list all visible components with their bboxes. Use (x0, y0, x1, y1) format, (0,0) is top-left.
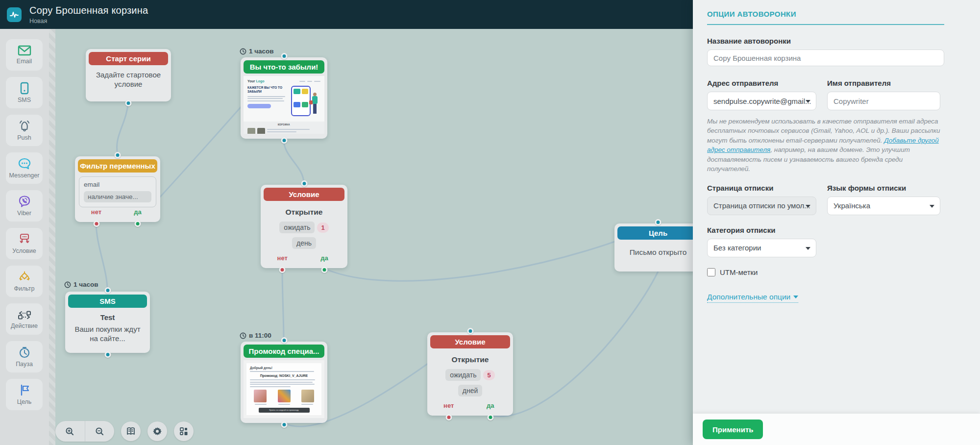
node-condition-open-1[interactable]: Условие Открытие ожидать1 день нет да (261, 185, 347, 268)
filter-rule: email наличие значе... (79, 176, 156, 207)
sidebar-item-messenger[interactable]: Messenger (6, 152, 43, 184)
autofunnel-options-panel: ОПЦИИ АВТОВОРОНКИ Название автоворонки А… (693, 0, 980, 445)
zoom-out-button[interactable] (85, 421, 115, 442)
sidebar-item-action[interactable]: Действие (6, 303, 43, 335)
node-title: SMS (68, 295, 147, 308)
sidebar-item-push[interactable]: Push (6, 115, 43, 146)
output-port-no[interactable] (279, 267, 286, 273)
output-label-yes: да (134, 208, 141, 216)
zoom-out-icon (95, 427, 104, 436)
unsubscribe-lang-select[interactable]: Українська (827, 197, 940, 215)
node-title: Фильтр переменных (78, 159, 157, 173)
sidebar-item-filter[interactable]: Фильтр (6, 266, 43, 297)
node-body: Задайте стартовое условие (86, 65, 171, 94)
node-condition-open-2[interactable]: Условие Открытие ожидать5 дней нет да (427, 332, 513, 416)
node-goal[interactable]: Цель Письмо открыто (614, 223, 693, 272)
map-book-icon (126, 427, 136, 436)
clock-icon (240, 48, 246, 55)
output-label-yes: да (487, 402, 494, 409)
preview-greeting: Добрый день! (250, 366, 318, 370)
wait-count-badge: 5 (483, 370, 494, 380)
input-port[interactable] (115, 152, 121, 158)
node-variable-filter[interactable]: Фильтр переменных email наличие значе...… (75, 156, 160, 222)
flow-canvas[interactable]: Старт серии Задайте стартовое условие 1 … (49, 29, 693, 445)
sender-name-input[interactable] (827, 92, 940, 110)
minimap-blocks-button[interactable] (174, 421, 194, 441)
sidebar-item-label: SMS (18, 97, 31, 103)
sidebar-item-condition[interactable]: Условие (6, 228, 43, 259)
output-port[interactable] (281, 137, 287, 144)
map-overview-button[interactable] (121, 421, 141, 441)
sender-name-label: Имя отправителя (827, 79, 940, 87)
wait-unit-pill: дней (458, 385, 483, 396)
sms-text: Ваши покупки ждут на сайте... (72, 324, 143, 343)
input-port[interactable] (301, 180, 307, 187)
output-port-yes[interactable] (321, 267, 328, 273)
sidebar-item-label: Цель (17, 398, 32, 405)
zoom-in-button[interactable] (55, 421, 85, 442)
node-title: Цель (617, 226, 693, 240)
element-sidebar: Email SMS Push Messenger Viber Условие Ф… (0, 29, 49, 445)
connector (282, 268, 284, 340)
preview-logo: Your Logo (247, 79, 265, 83)
settings-button[interactable] (147, 421, 167, 441)
output-port-no[interactable] (93, 221, 99, 227)
page-title: Copy Брошенная корзина (29, 5, 148, 16)
phone-illustration (291, 86, 311, 116)
more-options-link[interactable]: Дополнительные опции (707, 293, 798, 303)
output-port[interactable] (125, 100, 132, 106)
output-port[interactable] (104, 351, 111, 358)
email-preview: Your Logo КАЖЕТСЯ ВЫ ЧТО ТО ЗАБЫЛИ (244, 76, 324, 134)
clock-icon (240, 332, 246, 339)
condition-event: Открытие (261, 208, 347, 217)
chevron-down-icon (806, 247, 810, 250)
output-port-yes[interactable] (134, 221, 141, 227)
sender-email-select[interactable]: sendpulse.copywrite@gmail... (707, 92, 816, 110)
node-series-start[interactable]: Старт серии Задайте стартовое условие (86, 49, 171, 101)
connector (284, 140, 304, 183)
unsubscribe-page-select[interactable]: Страница отписки по умол... (707, 197, 816, 215)
connector (324, 223, 658, 281)
node-title: Вы что-то забыли! (244, 60, 324, 74)
node-email-promocode[interactable]: Промокод специа... Добрый день! Промокод… (241, 342, 327, 423)
utm-label: UTM-метки (720, 268, 758, 276)
input-port[interactable] (281, 53, 287, 59)
condition-branch-icon (18, 233, 31, 246)
output-port-no[interactable] (445, 414, 452, 420)
zoom-in-icon (65, 427, 74, 436)
sidebar-item-pause[interactable]: Пауза (6, 341, 43, 372)
condition-event: Открытие (427, 355, 513, 364)
node-email-abandoned-cart[interactable]: Вы что-то забыли! Your Logo КАЖЕТСЯ ВЫ Ч… (241, 57, 327, 139)
category-label: Категория отписки (707, 226, 944, 234)
sidebar-item-goal[interactable]: Цель (6, 379, 43, 410)
sms-name: Test (72, 313, 143, 322)
bell-icon (18, 120, 31, 132)
funnel-name-input[interactable] (707, 49, 944, 66)
sidebar-item-viber[interactable]: Viber (6, 190, 43, 222)
filter-diamond-icon (18, 271, 31, 283)
utm-checkbox[interactable] (707, 268, 715, 276)
sidebar-item-label: Действие (11, 322, 38, 329)
category-select[interactable]: Без категории (707, 239, 816, 257)
filter-condition: наличие значе... (84, 191, 151, 202)
app-header: Copy Брошенная корзина Новая (0, 0, 693, 29)
output-port-yes[interactable] (487, 414, 493, 420)
sidebar-item-label: Viber (17, 210, 31, 217)
input-port[interactable] (467, 328, 473, 334)
input-port[interactable] (281, 337, 287, 344)
apply-button[interactable]: Применить (703, 420, 763, 439)
sms-phone-icon (20, 82, 29, 95)
input-port[interactable] (104, 287, 111, 294)
sidebar-item-sms[interactable]: SMS (6, 77, 43, 108)
node-delay-label: 1 часов (240, 48, 274, 55)
sidebar-item-email[interactable]: Email (6, 39, 43, 71)
node-title: Условие (264, 188, 344, 201)
unsubscribe-lang-label: Язык формы отписки (827, 184, 940, 192)
connector (490, 272, 658, 417)
input-port[interactable] (655, 219, 662, 225)
node-sms[interactable]: SMS Test Ваши покупки ждут на сайте... (65, 292, 150, 353)
node-title: Старт серии (89, 52, 168, 65)
flag-icon (18, 384, 31, 396)
output-port[interactable] (281, 421, 287, 428)
sidebar-item-label: Messenger (9, 172, 40, 179)
